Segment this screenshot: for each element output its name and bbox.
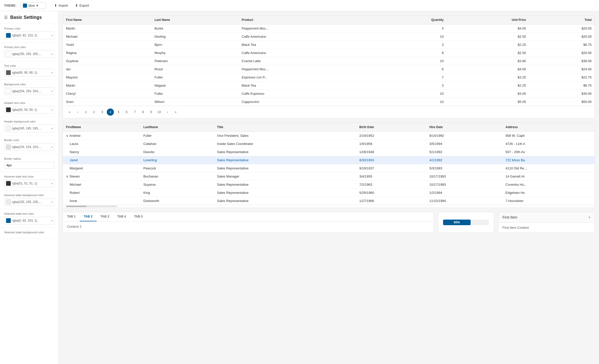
table-cell: Martin: [63, 24, 151, 33]
primary-color-chevron-icon: ▾: [51, 34, 52, 37]
accordion-header[interactable]: First Item ∧: [498, 212, 595, 223]
emp-col-title: Title: [214, 123, 356, 132]
scroll-track: [66, 206, 117, 207]
hovered-text-color-swatch: [6, 181, 11, 186]
table-row: YoshiBjornBlack Tea3$2.25$6.75: [63, 41, 595, 49]
topbar-actions: ⬆ Import ⬇ Export: [52, 3, 91, 8]
tab-header: TAB 1 TAB 2 TAB 3 TAB 4 TAB 5: [63, 212, 434, 222]
tab-3[interactable]: TAB 3: [97, 212, 113, 221]
employees-table-container: FirstName LastName Title Birth Date Hire…: [63, 123, 595, 208]
employees-table: FirstName LastName Title Birth Date Hire…: [63, 123, 595, 205]
table-row: LauraCallahanInside Sales Coordinator1/9…: [63, 140, 595, 148]
theme-selector[interactable]: blue ▾: [21, 2, 46, 9]
emp-col-firstname: FirstName: [63, 123, 140, 132]
export-button[interactable]: ⬇ Export: [73, 3, 91, 8]
hovered-text-color-value: rgba(51, 51, 51, 1): [12, 182, 50, 185]
header-text-color-label: Header text color: [4, 101, 54, 104]
table-cell: Janet: [63, 156, 140, 164]
theme-chevron-icon: ▾: [36, 4, 38, 7]
tab-1[interactable]: TAB 1: [63, 212, 80, 221]
table-cell: 908 W. Capit: [502, 132, 595, 140]
background-color-dropdown[interactable]: rgba(254, 254, 254,... ▾: [4, 87, 54, 95]
table-cell: Espresso con P...: [239, 73, 372, 82]
border-color-value: rgba(224, 224, 224,...: [12, 145, 50, 149]
table-cell: 4110 Old Re...: [502, 164, 595, 172]
text-color-chevron-icon: ▾: [51, 71, 52, 74]
progress-section: 60%: [438, 212, 494, 233]
hovered-text-color-dropdown[interactable]: rgba(51, 51, 51, 1) ▾: [4, 180, 54, 187]
page-6-button[interactable]: 6: [123, 109, 130, 116]
primary-color-dropdown[interactable]: rgba(0, 92, 153, 1) ▾: [4, 32, 54, 39]
table-cell: 14 Garrett Hi: [502, 172, 595, 181]
page-2-button[interactable]: 2: [90, 109, 98, 116]
table-cell: $2.25: [447, 82, 529, 90]
selected-text-color-dropdown[interactable]: rgba(0, 92, 153, 1) ▾: [4, 217, 54, 224]
table-cell: Nagase: [151, 82, 238, 90]
border-color-section: Border color rgba(224, 224, 224,... ▾: [0, 136, 58, 154]
primary-color-section: Primary color rgba(0, 92, 153, 1) ▾: [0, 24, 58, 43]
tab-4[interactable]: TAB 4: [113, 212, 130, 221]
page-3-button[interactable]: 3: [99, 109, 106, 116]
table-cell: 5: [372, 24, 447, 33]
primary-color-label: Primary color: [4, 27, 54, 30]
page-10-button[interactable]: 10: [156, 109, 163, 116]
page-4-button[interactable]: 4: [107, 109, 114, 116]
page-9-button[interactable]: 9: [148, 109, 155, 116]
page-first-button[interactable]: «: [66, 109, 73, 116]
import-button[interactable]: ⬆ Import: [52, 3, 70, 8]
table-cell: 8/30/1963: [356, 156, 426, 164]
table-cell: $20.00: [529, 49, 595, 57]
selected-text-color-swatch: [6, 218, 11, 223]
table-cell: Black Tea: [239, 82, 372, 90]
selected-text-color-section: Selected state text color rgba(0, 92, 15…: [0, 209, 58, 228]
table-cell: Vice President, Sales: [214, 132, 356, 140]
page-next-button[interactable]: ›: [164, 109, 171, 116]
border-radius-input[interactable]: [4, 162, 54, 169]
table-cell: $25.00: [529, 33, 595, 41]
table-cell: 3: [372, 41, 447, 49]
table-cell: Edgeham Ho: [502, 189, 595, 197]
table-cell: 6: [372, 65, 447, 73]
page-last-button[interactable]: »: [172, 109, 179, 116]
scroll-thumb: [66, 206, 86, 207]
table-cell: Robert: [63, 189, 140, 197]
page-8-button[interactable]: 8: [139, 109, 147, 116]
table-row: RobertKingSales Representative5/29/19601…: [63, 189, 595, 197]
border-color-swatch: [6, 144, 11, 150]
page-1-button[interactable]: 1: [82, 109, 89, 116]
border-color-dropdown[interactable]: rgba(224, 224, 224,... ▾: [4, 143, 54, 151]
table-cell: $3.25: [447, 73, 529, 82]
table-cell: ∨ Andrew: [63, 132, 140, 140]
table-cell: 1/2/1994: [426, 189, 502, 197]
page-5-button[interactable]: 5: [115, 109, 122, 116]
primary-text-color-label: Primary text color: [4, 46, 54, 49]
emp-col-address: Address: [502, 123, 595, 132]
tab-5[interactable]: TAB 5: [130, 212, 147, 221]
table-cell: 9/19/1937: [356, 164, 426, 172]
header-bg-color-dropdown[interactable]: rgba(245, 245, 245,... ▾: [4, 125, 54, 132]
table-cell: Cramel Latte: [239, 57, 372, 65]
table-cell: Bjorn: [151, 41, 238, 49]
page-prev-button[interactable]: ‹: [74, 109, 81, 116]
page-7-button[interactable]: 7: [131, 109, 138, 116]
table-cell: Callahan: [140, 140, 214, 148]
text-color-dropdown[interactable]: rgba(90, 90, 90, 1) ▾: [4, 69, 54, 76]
accordion-chevron-icon: ∧: [588, 215, 591, 219]
hovered-bg-color-dropdown[interactable]: rgba(235, 235, 235,... ▾: [4, 198, 54, 206]
table-scrollbar[interactable]: [63, 205, 595, 208]
primary-text-color-dropdown[interactable]: rgba(255, 255, 255,... ▾: [4, 50, 54, 58]
sidebar: ☰ Basic Settings Primary color rgba(0, 9…: [0, 11, 59, 364]
border-radius-label: Border radius: [4, 157, 54, 160]
table-cell: $30.00: [529, 90, 595, 98]
header-text-color-dropdown[interactable]: rgba(50, 50, 50, 1) ▾: [4, 106, 54, 114]
hovered-text-color-section: Hovered state text color rgba(51, 51, 51…: [0, 172, 58, 191]
export-icon: ⬇: [75, 4, 78, 7]
table-row: MayumiFullerEspresso con P...7$3.25$22.7…: [63, 73, 595, 82]
background-color-value: rgba(254, 254, 254,...: [12, 89, 50, 93]
table-cell: 12/8/1948: [356, 148, 426, 156]
table-cell: Nancy: [63, 148, 140, 156]
table-cell: $20.00: [529, 24, 595, 33]
import-icon: ⬆: [54, 4, 57, 7]
table-cell: $5.00: [447, 98, 529, 106]
tab-2[interactable]: TAB 2: [80, 212, 97, 221]
